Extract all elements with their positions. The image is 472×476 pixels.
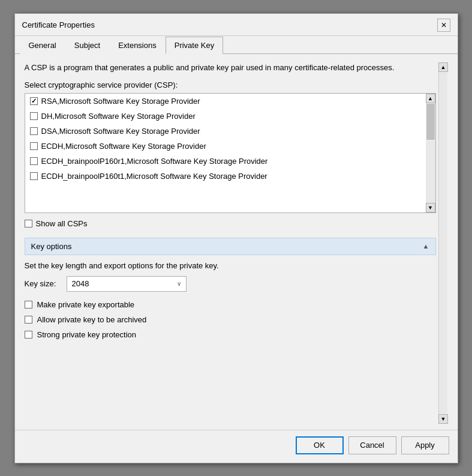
- strong-protection-checkbox[interactable]: [25, 331, 32, 339]
- csp-scroll-up-arrow[interactable]: ▲: [426, 94, 435, 103]
- csp-label-dsa: DSA,Microsoft Software Key Storage Provi…: [41, 127, 200, 136]
- csp-scroll-down-arrow[interactable]: ▼: [426, 203, 435, 212]
- make-exportable-checkbox[interactable]: [25, 301, 32, 309]
- csp-item-dh[interactable]: DH,Microsoft Software Key Storage Provid…: [25, 109, 426, 124]
- csp-item-ecdh[interactable]: ECDH,Microsoft Software Key Storage Prov…: [25, 139, 426, 154]
- key-options-section: Key options ▲ Set the key length and exp…: [25, 238, 436, 345]
- key-options-chevron: ▲: [423, 243, 429, 250]
- bottom-buttons-bar: OK Cancel Apply: [15, 430, 458, 463]
- key-options-header[interactable]: Key options ▲: [25, 238, 436, 255]
- csp-list-scrollbar: ▲ ▼: [426, 94, 435, 212]
- csp-description: A CSP is a program that generates a publ…: [25, 62, 436, 73]
- content-area: A CSP is a program that generates a publ…: [15, 54, 458, 430]
- allow-archived-label: Allow private key to be archived: [37, 315, 147, 324]
- tab-general[interactable]: General: [20, 37, 65, 54]
- close-button[interactable]: ✕: [437, 19, 450, 32]
- csp-checkbox-dh[interactable]: [30, 112, 38, 120]
- csp-item-dsa[interactable]: DSA,Microsoft Software Key Storage Provi…: [25, 124, 426, 139]
- show-all-csps-label: Show all CSPs: [36, 219, 88, 228]
- key-options-label: Key options: [31, 242, 72, 251]
- allow-archived-option[interactable]: Allow private key to be archived: [25, 315, 436, 324]
- scroll-up-arrow[interactable]: ▲: [438, 62, 448, 72]
- key-options-description: Set the key length and export options fo…: [25, 261, 436, 270]
- csp-label-ecdh-t1: ECDH_brainpoolP160t1,Microsoft Software …: [41, 172, 267, 181]
- key-size-dropdown[interactable]: 2048 ∨: [67, 276, 187, 292]
- strong-protection-label: Strong private key protection: [37, 330, 136, 339]
- strong-protection-option[interactable]: Strong private key protection: [25, 330, 436, 339]
- csp-section-label: Select cryptographic service provider (C…: [25, 80, 436, 89]
- csp-list: RSA,Microsoft Software Key Storage Provi…: [25, 94, 426, 212]
- csp-checkbox-ecdh[interactable]: [30, 142, 38, 150]
- tab-private-key[interactable]: Private Key: [166, 37, 223, 54]
- csp-label-rsa: RSA,Microsoft Software Key Storage Provi…: [41, 97, 200, 106]
- make-exportable-option[interactable]: Make private key exportable: [25, 300, 436, 309]
- cancel-button[interactable]: Cancel: [348, 436, 396, 454]
- csp-scroll-track: [426, 140, 435, 203]
- key-size-row: Key size: 2048 ∨: [25, 276, 436, 292]
- apply-button[interactable]: Apply: [401, 436, 449, 454]
- certificate-properties-dialog: Certificate Properties ✕ General Subject…: [14, 13, 458, 463]
- csp-label-ecdh: ECDH,Microsoft Software Key Storage Prov…: [41, 142, 206, 151]
- key-size-value: 2048: [72, 279, 89, 288]
- csp-item-rsa[interactable]: RSA,Microsoft Software Key Storage Provi…: [25, 94, 426, 109]
- key-size-label: Key size:: [25, 279, 61, 288]
- csp-label-ecdh-r1: ECDH_brainpoolP160r1,Microsoft Software …: [41, 157, 268, 166]
- csp-checkbox-rsa[interactable]: [30, 97, 38, 105]
- title-bar: Certificate Properties ✕: [15, 14, 458, 36]
- csp-item-ecdh-t1[interactable]: ECDH_brainpoolP160t1,Microsoft Software …: [25, 169, 426, 184]
- scroll-down-arrow[interactable]: ▼: [438, 414, 448, 424]
- tabs-bar: General Subject Extensions Private Key: [15, 36, 458, 54]
- csp-checkbox-ecdh-r1[interactable]: [30, 157, 38, 165]
- csp-item-ecdh-r1[interactable]: ECDH_brainpoolP160r1,Microsoft Software …: [25, 154, 426, 169]
- csp-scroll-thumb[interactable]: [426, 104, 435, 140]
- scroll-track: [439, 73, 447, 414]
- dialog-title: Certificate Properties: [22, 20, 95, 29]
- main-panel: A CSP is a program that generates a publ…: [25, 62, 436, 424]
- csp-list-container: RSA,Microsoft Software Key Storage Provi…: [25, 93, 436, 213]
- csp-checkbox-dsa[interactable]: [30, 127, 38, 135]
- show-all-csps-option[interactable]: Show all CSPs: [25, 219, 436, 228]
- tab-subject[interactable]: Subject: [65, 37, 109, 54]
- csp-checkbox-ecdh-t1[interactable]: [30, 172, 38, 180]
- tab-extensions[interactable]: Extensions: [109, 37, 166, 54]
- show-all-csps-checkbox[interactable]: [25, 220, 32, 227]
- ok-button[interactable]: OK: [296, 436, 344, 454]
- make-exportable-label: Make private key exportable: [37, 300, 135, 309]
- csp-label-dh: DH,Microsoft Software Key Storage Provid…: [41, 112, 196, 121]
- allow-archived-checkbox[interactable]: [25, 316, 32, 324]
- right-scrollbar: ▲ ▼: [438, 62, 448, 424]
- dropdown-arrow-icon: ∨: [177, 280, 181, 287]
